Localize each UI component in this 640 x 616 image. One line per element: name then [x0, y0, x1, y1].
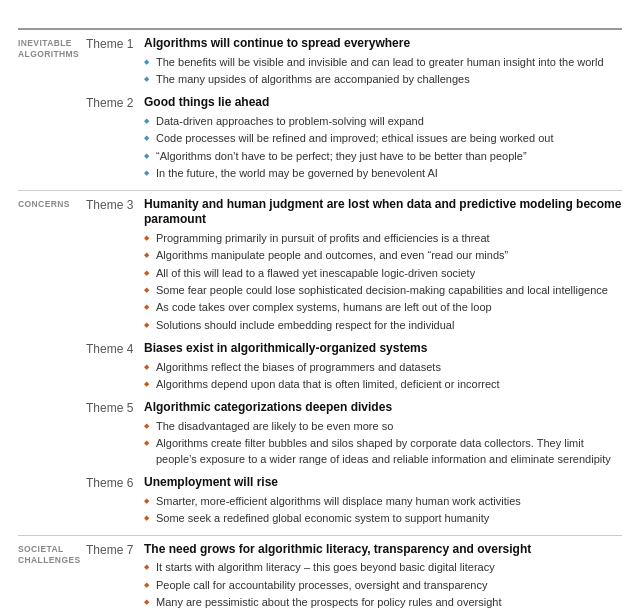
- theme-label: Theme 2: [86, 95, 144, 183]
- list-item: ◆Algorithms create filter bubbles and si…: [144, 436, 622, 467]
- list-item: ◆Many are pessimistic about the prospect…: [144, 595, 622, 610]
- theme-title: Good things lie ahead: [144, 95, 622, 111]
- theme-row: Theme 1Algorithms will continue to sprea…: [86, 36, 622, 89]
- list-item: ◆Algorithms reflect the biases of progra…: [144, 360, 622, 375]
- bullet-icon: ◆: [144, 513, 149, 523]
- list-item: ◆Code processes will be refined and impr…: [144, 131, 622, 146]
- bullet-icon: ◆: [144, 496, 149, 506]
- theme-row: Theme 5Algorithmic categorizations deepe…: [86, 394, 622, 469]
- bullet-list: ◆The benefits will be visible and invisi…: [144, 55, 622, 88]
- theme-label: Theme 3: [86, 197, 144, 336]
- theme-content: Good things lie ahead◆Data-driven approa…: [144, 95, 622, 183]
- theme-row: Theme 3Humanity and human judgment are l…: [86, 197, 622, 336]
- list-item: ◆Smarter, more-efficient algorithms will…: [144, 494, 622, 509]
- theme-label: Theme 5: [86, 400, 144, 469]
- list-item: ◆Some fear people could lose sophisticat…: [144, 283, 622, 298]
- list-item: ◆The disadvantaged are likely to be even…: [144, 419, 622, 434]
- list-item: ◆It starts with algorithm literacy – thi…: [144, 560, 622, 575]
- theme-label: Theme 6: [86, 475, 144, 528]
- bullet-icon: ◆: [144, 362, 149, 372]
- list-item: ◆Algorithms depend upon data that is oft…: [144, 377, 622, 392]
- bullet-list: ◆Algorithms reflect the biases of progra…: [144, 360, 622, 393]
- bullet-icon: ◆: [144, 597, 149, 607]
- list-item: ◆As code takes over complex systems, hum…: [144, 300, 622, 315]
- bullet-list: ◆Smarter, more-efficient algorithms will…: [144, 494, 622, 527]
- section-group: CONCERNSTheme 3Humanity and human judgme…: [18, 191, 622, 536]
- list-item: ◆Data-driven approaches to problem-solvi…: [144, 114, 622, 129]
- wrapper: INEVITABLE ALGORITHMSTheme 1Algorithms w…: [18, 28, 622, 616]
- list-item: ◆The benefits will be visible and invisi…: [144, 55, 622, 70]
- list-item: ◆“Algorithms don’t have to be perfect; t…: [144, 149, 622, 164]
- bullet-icon: ◆: [144, 133, 149, 143]
- list-item: ◆Solutions should include embedding resp…: [144, 318, 622, 333]
- theme-row: Theme 2Good things lie ahead◆Data-driven…: [86, 89, 622, 183]
- theme-title: Algorithmic categorizations deepen divid…: [144, 400, 622, 416]
- list-item: ◆All of this will lead to a flawed yet i…: [144, 266, 622, 281]
- section-label: CONCERNS: [18, 197, 86, 529]
- theme-row: Theme 7The need grows for algorithmic li…: [86, 542, 622, 613]
- section-themes: Theme 7The need grows for algorithmic li…: [86, 542, 622, 613]
- section-label: INEVITABLE ALGORITHMS: [18, 36, 86, 184]
- bullet-icon: ◆: [144, 302, 149, 312]
- bullet-icon: ◆: [144, 580, 149, 590]
- theme-content: Humanity and human judgment are lost whe…: [144, 197, 622, 336]
- theme-row: Theme 6Unemployment will rise◆Smarter, m…: [86, 469, 622, 528]
- bullet-list: ◆Programming primarily in pursuit of pro…: [144, 231, 622, 333]
- bullet-icon: ◆: [144, 438, 149, 448]
- bullet-list: ◆It starts with algorithm literacy – thi…: [144, 560, 622, 610]
- bullet-icon: ◆: [144, 421, 149, 431]
- bullet-list: ◆The disadvantaged are likely to be even…: [144, 419, 622, 467]
- theme-content: Algorithmic categorizations deepen divid…: [144, 400, 622, 469]
- bullet-icon: ◆: [144, 250, 149, 260]
- list-item: ◆Some seek a redefined global economic s…: [144, 511, 622, 526]
- bullet-icon: ◆: [144, 268, 149, 278]
- bullet-icon: ◆: [144, 168, 149, 178]
- theme-title: Humanity and human judgment are lost whe…: [144, 197, 622, 228]
- theme-label: Theme 1: [86, 36, 144, 89]
- section-label: SOCIETAL CHALLENGES: [18, 542, 86, 613]
- theme-row: Theme 4Biases exist in algorithmically-o…: [86, 335, 622, 394]
- list-item: ◆Algorithms manipulate people and outcom…: [144, 248, 622, 263]
- theme-content: Unemployment will rise◆Smarter, more-eff…: [144, 475, 622, 528]
- bullet-icon: ◆: [144, 320, 149, 330]
- theme-title: Unemployment will rise: [144, 475, 622, 491]
- bullet-icon: ◆: [144, 233, 149, 243]
- bullet-icon: ◆: [144, 285, 149, 295]
- bullet-icon: ◆: [144, 74, 149, 84]
- section-group: INEVITABLE ALGORITHMSTheme 1Algorithms w…: [18, 30, 622, 191]
- list-item: ◆Programming primarily in pursuit of pro…: [144, 231, 622, 246]
- section-themes: Theme 1Algorithms will continue to sprea…: [86, 36, 622, 184]
- bullet-icon: ◆: [144, 562, 149, 572]
- theme-content: The need grows for algorithmic literacy,…: [144, 542, 622, 613]
- list-item: ◆In the future, the world may be governe…: [144, 166, 622, 181]
- theme-title: Biases exist in algorithmically-organize…: [144, 341, 622, 357]
- theme-content: Algorithms will continue to spread every…: [144, 36, 622, 89]
- bullet-icon: ◆: [144, 151, 149, 161]
- list-item: ◆People call for accountability processe…: [144, 578, 622, 593]
- theme-title: The need grows for algorithmic literacy,…: [144, 542, 622, 558]
- section-themes: Theme 3Humanity and human judgment are l…: [86, 197, 622, 529]
- theme-title: Algorithms will continue to spread every…: [144, 36, 622, 52]
- bullet-icon: ◆: [144, 379, 149, 389]
- theme-label: Theme 7: [86, 542, 144, 613]
- section-group: SOCIETAL CHALLENGESTheme 7The need grows…: [18, 536, 622, 616]
- theme-label: Theme 4: [86, 341, 144, 394]
- bullet-list: ◆Data-driven approaches to problem-solvi…: [144, 114, 622, 182]
- bullet-icon: ◆: [144, 57, 149, 67]
- theme-content: Biases exist in algorithmically-organize…: [144, 341, 622, 394]
- page-container: INEVITABLE ALGORITHMSTheme 1Algorithms w…: [0, 0, 640, 616]
- list-item: ◆The many upsides of algorithms are acco…: [144, 72, 622, 87]
- bullet-icon: ◆: [144, 116, 149, 126]
